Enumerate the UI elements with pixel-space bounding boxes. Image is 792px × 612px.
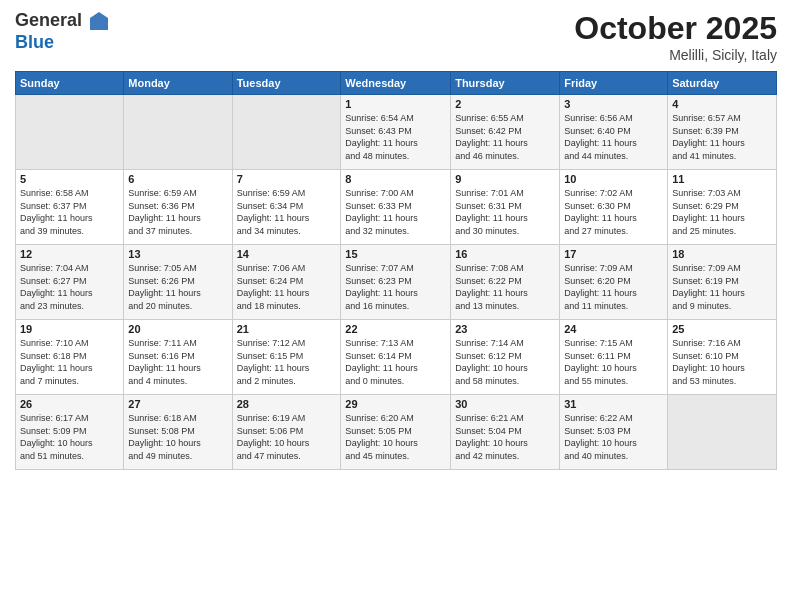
calendar-table: Sunday Monday Tuesday Wednesday Thursday… [15, 71, 777, 470]
day-number: 28 [237, 398, 337, 410]
table-row: 2Sunrise: 6:55 AM Sunset: 6:42 PM Daylig… [451, 95, 560, 170]
logo-general-text: General [15, 10, 82, 30]
week-row-3: 19Sunrise: 7:10 AM Sunset: 6:18 PM Dayli… [16, 320, 777, 395]
table-row: 13Sunrise: 7:05 AM Sunset: 6:26 PM Dayli… [124, 245, 232, 320]
col-wednesday: Wednesday [341, 72, 451, 95]
day-number: 24 [564, 323, 663, 335]
day-info: Sunrise: 6:56 AM Sunset: 6:40 PM Dayligh… [564, 112, 663, 162]
title-block: October 2025 Melilli, Sicily, Italy [574, 10, 777, 63]
table-row: 26Sunrise: 6:17 AM Sunset: 5:09 PM Dayli… [16, 395, 124, 470]
day-info: Sunrise: 7:15 AM Sunset: 6:11 PM Dayligh… [564, 337, 663, 387]
table-row: 23Sunrise: 7:14 AM Sunset: 6:12 PM Dayli… [451, 320, 560, 395]
day-info: Sunrise: 6:17 AM Sunset: 5:09 PM Dayligh… [20, 412, 119, 462]
table-row: 27Sunrise: 6:18 AM Sunset: 5:08 PM Dayli… [124, 395, 232, 470]
table-row: 3Sunrise: 6:56 AM Sunset: 6:40 PM Daylig… [560, 95, 668, 170]
table-row [124, 95, 232, 170]
table-row [232, 95, 341, 170]
table-row: 28Sunrise: 6:19 AM Sunset: 5:06 PM Dayli… [232, 395, 341, 470]
day-info: Sunrise: 7:08 AM Sunset: 6:22 PM Dayligh… [455, 262, 555, 312]
table-row: 6Sunrise: 6:59 AM Sunset: 6:36 PM Daylig… [124, 170, 232, 245]
day-number: 26 [20, 398, 119, 410]
col-sunday: Sunday [16, 72, 124, 95]
table-row: 7Sunrise: 6:59 AM Sunset: 6:34 PM Daylig… [232, 170, 341, 245]
day-number: 7 [237, 173, 337, 185]
day-info: Sunrise: 7:03 AM Sunset: 6:29 PM Dayligh… [672, 187, 772, 237]
day-info: Sunrise: 7:05 AM Sunset: 6:26 PM Dayligh… [128, 262, 227, 312]
logo-icon [88, 10, 110, 32]
table-row: 5Sunrise: 6:58 AM Sunset: 6:37 PM Daylig… [16, 170, 124, 245]
logo: General Blue [15, 10, 111, 54]
table-row: 12Sunrise: 7:04 AM Sunset: 6:27 PM Dayli… [16, 245, 124, 320]
table-row: 8Sunrise: 7:00 AM Sunset: 6:33 PM Daylig… [341, 170, 451, 245]
week-row-1: 5Sunrise: 6:58 AM Sunset: 6:37 PM Daylig… [16, 170, 777, 245]
day-info: Sunrise: 6:18 AM Sunset: 5:08 PM Dayligh… [128, 412, 227, 462]
table-row: 15Sunrise: 7:07 AM Sunset: 6:23 PM Dayli… [341, 245, 451, 320]
table-row: 25Sunrise: 7:16 AM Sunset: 6:10 PM Dayli… [668, 320, 777, 395]
day-info: Sunrise: 6:59 AM Sunset: 6:36 PM Dayligh… [128, 187, 227, 237]
day-number: 14 [237, 248, 337, 260]
day-number: 1 [345, 98, 446, 110]
col-thursday: Thursday [451, 72, 560, 95]
day-info: Sunrise: 6:57 AM Sunset: 6:39 PM Dayligh… [672, 112, 772, 162]
day-number: 20 [128, 323, 227, 335]
day-info: Sunrise: 7:14 AM Sunset: 6:12 PM Dayligh… [455, 337, 555, 387]
logo-blue-text: Blue [15, 32, 54, 52]
day-info: Sunrise: 7:16 AM Sunset: 6:10 PM Dayligh… [672, 337, 772, 387]
table-row: 30Sunrise: 6:21 AM Sunset: 5:04 PM Dayli… [451, 395, 560, 470]
day-number: 3 [564, 98, 663, 110]
day-number: 9 [455, 173, 555, 185]
day-number: 17 [564, 248, 663, 260]
table-row: 29Sunrise: 6:20 AM Sunset: 5:05 PM Dayli… [341, 395, 451, 470]
col-friday: Friday [560, 72, 668, 95]
table-row: 31Sunrise: 6:22 AM Sunset: 5:03 PM Dayli… [560, 395, 668, 470]
day-number: 2 [455, 98, 555, 110]
day-info: Sunrise: 6:58 AM Sunset: 6:37 PM Dayligh… [20, 187, 119, 237]
day-number: 13 [128, 248, 227, 260]
day-number: 10 [564, 173, 663, 185]
table-row: 9Sunrise: 7:01 AM Sunset: 6:31 PM Daylig… [451, 170, 560, 245]
day-number: 18 [672, 248, 772, 260]
table-row: 20Sunrise: 7:11 AM Sunset: 6:16 PM Dayli… [124, 320, 232, 395]
day-info: Sunrise: 7:11 AM Sunset: 6:16 PM Dayligh… [128, 337, 227, 387]
day-info: Sunrise: 7:00 AM Sunset: 6:33 PM Dayligh… [345, 187, 446, 237]
table-row: 22Sunrise: 7:13 AM Sunset: 6:14 PM Dayli… [341, 320, 451, 395]
table-row: 17Sunrise: 7:09 AM Sunset: 6:20 PM Dayli… [560, 245, 668, 320]
day-number: 22 [345, 323, 446, 335]
month-title: October 2025 [574, 10, 777, 47]
day-number: 23 [455, 323, 555, 335]
week-row-4: 26Sunrise: 6:17 AM Sunset: 5:09 PM Dayli… [16, 395, 777, 470]
day-info: Sunrise: 6:54 AM Sunset: 6:43 PM Dayligh… [345, 112, 446, 162]
day-info: Sunrise: 7:04 AM Sunset: 6:27 PM Dayligh… [20, 262, 119, 312]
table-row: 16Sunrise: 7:08 AM Sunset: 6:22 PM Dayli… [451, 245, 560, 320]
day-number: 8 [345, 173, 446, 185]
day-number: 4 [672, 98, 772, 110]
day-info: Sunrise: 6:55 AM Sunset: 6:42 PM Dayligh… [455, 112, 555, 162]
day-info: Sunrise: 7:02 AM Sunset: 6:30 PM Dayligh… [564, 187, 663, 237]
header: General Blue October 2025 Melilli, Sicil… [15, 10, 777, 63]
day-info: Sunrise: 7:10 AM Sunset: 6:18 PM Dayligh… [20, 337, 119, 387]
table-row: 4Sunrise: 6:57 AM Sunset: 6:39 PM Daylig… [668, 95, 777, 170]
col-tuesday: Tuesday [232, 72, 341, 95]
day-number: 15 [345, 248, 446, 260]
table-row: 1Sunrise: 6:54 AM Sunset: 6:43 PM Daylig… [341, 95, 451, 170]
location: Melilli, Sicily, Italy [574, 47, 777, 63]
day-number: 6 [128, 173, 227, 185]
day-number: 19 [20, 323, 119, 335]
day-info: Sunrise: 7:09 AM Sunset: 6:19 PM Dayligh… [672, 262, 772, 312]
col-monday: Monday [124, 72, 232, 95]
day-number: 30 [455, 398, 555, 410]
day-number: 5 [20, 173, 119, 185]
table-row: 24Sunrise: 7:15 AM Sunset: 6:11 PM Dayli… [560, 320, 668, 395]
day-info: Sunrise: 6:22 AM Sunset: 5:03 PM Dayligh… [564, 412, 663, 462]
col-saturday: Saturday [668, 72, 777, 95]
table-row: 21Sunrise: 7:12 AM Sunset: 6:15 PM Dayli… [232, 320, 341, 395]
svg-marker-0 [90, 12, 108, 30]
day-info: Sunrise: 7:12 AM Sunset: 6:15 PM Dayligh… [237, 337, 337, 387]
table-row: 14Sunrise: 7:06 AM Sunset: 6:24 PM Dayli… [232, 245, 341, 320]
day-info: Sunrise: 6:19 AM Sunset: 5:06 PM Dayligh… [237, 412, 337, 462]
table-row: 18Sunrise: 7:09 AM Sunset: 6:19 PM Dayli… [668, 245, 777, 320]
table-row: 11Sunrise: 7:03 AM Sunset: 6:29 PM Dayli… [668, 170, 777, 245]
day-info: Sunrise: 6:20 AM Sunset: 5:05 PM Dayligh… [345, 412, 446, 462]
day-number: 31 [564, 398, 663, 410]
day-info: Sunrise: 7:09 AM Sunset: 6:20 PM Dayligh… [564, 262, 663, 312]
